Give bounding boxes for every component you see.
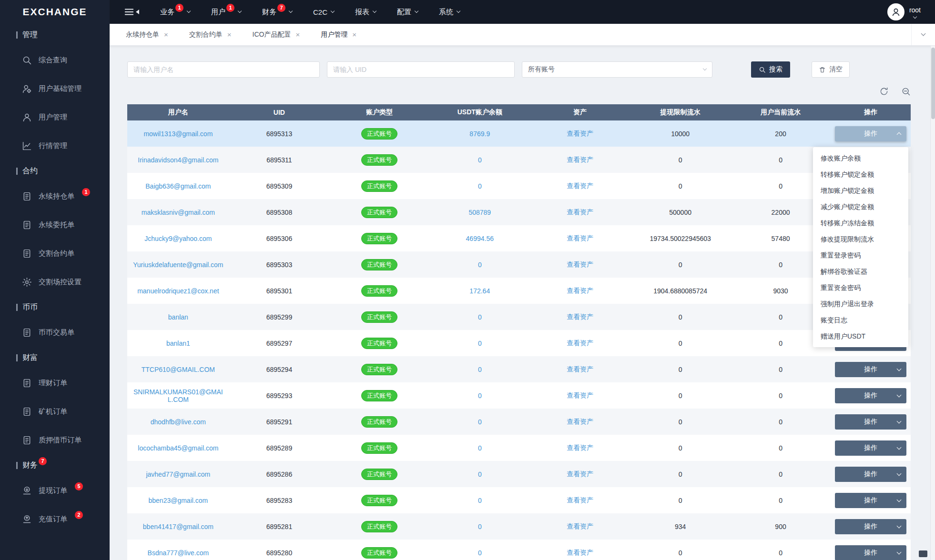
view-assets-link[interactable]: 查看资产	[567, 234, 593, 242]
username-link[interactable]: Bsdna777@live.com	[148, 549, 209, 557]
action-button[interactable]: 操作	[835, 388, 906, 403]
username-link[interactable]: Baigb636@gmail.com	[145, 182, 211, 190]
action-menu-item-10[interactable]: 账变日志	[813, 312, 908, 328]
action-menu-item-3[interactable]: 减少账户锁定金额	[813, 199, 908, 215]
view-assets-link[interactable]: 查看资产	[567, 549, 593, 556]
topnav-item-4[interactable]: 报表	[355, 8, 376, 17]
usdt-balance-link[interactable]: 0	[478, 366, 482, 373]
sidebar-item-4-1[interactable]: 充值订单2	[0, 505, 110, 533]
sidebar-item-0-3[interactable]: 行情管理	[0, 131, 110, 160]
username-link[interactable]: locochamba45@gmail.com	[138, 444, 218, 452]
username-link[interactable]: manuelrodriquez1@cox.net	[137, 287, 219, 295]
usdt-balance-link[interactable]: 0	[478, 313, 482, 321]
topnav-item-0[interactable]: 业务1	[160, 8, 190, 17]
action-button[interactable]: 操作	[835, 467, 906, 482]
action-menu-item-7[interactable]: 解绑谷歌验证器	[813, 263, 908, 280]
username-link[interactable]: banlan1	[166, 340, 190, 347]
action-menu-item-4[interactable]: 转移账户冻结金额	[813, 215, 908, 231]
view-assets-link[interactable]: 查看资产	[567, 391, 593, 399]
username-link[interactable]: dhodhfb@live.com	[151, 418, 206, 426]
account-type-select[interactable]: 所有账号	[522, 61, 712, 78]
username-link[interactable]: Irinadavidson4@gmail.com	[138, 156, 218, 164]
tab-2[interactable]: ICO产品配置×	[242, 24, 311, 45]
sidebar-item-1-3[interactable]: 交割场控设置	[0, 268, 110, 296]
sidebar-item-0-1[interactable]: 用户基础管理	[0, 74, 110, 103]
topnav-item-6[interactable]: 系统	[439, 8, 460, 17]
view-assets-link[interactable]: 查看资产	[567, 130, 593, 137]
action-menu-item-9[interactable]: 强制用户退出登录	[813, 296, 908, 312]
usdt-balance-link[interactable]: 0	[478, 549, 482, 557]
action-button[interactable]: 操作	[835, 545, 906, 560]
view-assets-link[interactable]: 查看资产	[567, 339, 593, 347]
action-button[interactable]: 操作	[835, 493, 906, 508]
view-assets-link[interactable]: 查看资产	[567, 470, 593, 478]
clear-button[interactable]: 清空	[812, 61, 850, 78]
action-button[interactable]: 操作	[835, 362, 906, 377]
view-assets-link[interactable]: 查看资产	[567, 444, 593, 451]
action-menu-item-8[interactable]: 重置资金密码	[813, 280, 908, 296]
action-menu-item-1[interactable]: 转移账户锁定金额	[813, 166, 908, 182]
topnav-item-5[interactable]: 配置	[397, 8, 418, 17]
view-assets-link[interactable]: 查看资产	[567, 287, 593, 294]
sidebar-item-1-0[interactable]: 永续持仓单1	[0, 182, 110, 210]
action-menu-item-2[interactable]: 增加账户锁定金额	[813, 182, 908, 199]
refresh-icon[interactable]	[879, 87, 889, 96]
sidebar-item-0-0[interactable]: 综合查询	[0, 46, 110, 74]
usdt-balance-link[interactable]: 0	[478, 418, 482, 426]
view-assets-link[interactable]: 查看资产	[567, 260, 593, 268]
sidebar-item-3-0[interactable]: 理财订单	[0, 369, 110, 397]
view-assets-link[interactable]: 查看资产	[567, 156, 593, 163]
sidebar-item-1-1[interactable]: 永续委托单	[0, 210, 110, 239]
username-link[interactable]: maksklasniv@gmail.com	[142, 209, 215, 216]
sidebar-item-4-0[interactable]: 提现订单5	[0, 476, 110, 505]
username-link[interactable]: mowil1313@gmail.com	[143, 130, 213, 138]
usdt-balance-link[interactable]: 0	[478, 497, 482, 504]
scrollbar-thumb[interactable]	[931, 48, 935, 119]
usdt-balance-link[interactable]: 46994.56	[466, 235, 494, 242]
action-button[interactable]: 操作	[835, 440, 906, 456]
vertical-scrollbar[interactable]	[930, 46, 935, 560]
search-button[interactable]: 搜索	[751, 61, 790, 78]
username-link[interactable]: TTCP610@GMAIL.COM	[142, 366, 215, 373]
view-assets-link[interactable]: 查看资产	[567, 522, 593, 530]
uid-input[interactable]	[327, 61, 515, 78]
action-button[interactable]: 操作	[835, 519, 906, 534]
usdt-balance-link[interactable]: 0	[478, 340, 482, 347]
usdt-balance-link[interactable]: 0	[478, 523, 482, 530]
sidebar-item-0-2[interactable]: 用户管理	[0, 103, 110, 131]
username-link[interactable]: bben23@gmail.com	[148, 497, 208, 504]
close-icon[interactable]: ×	[352, 30, 356, 39]
usdt-balance-link[interactable]: 0	[478, 392, 482, 400]
sidebar-item-2-0[interactable]: 币币交易单	[0, 318, 110, 347]
tab-list-button[interactable]	[911, 24, 935, 45]
username-link[interactable]: banlan	[168, 313, 188, 321]
usdt-balance-link[interactable]: 0	[478, 444, 482, 452]
sidebar-item-3-2[interactable]: 质押借币订单	[0, 426, 110, 454]
username-link[interactable]: bben41417@gmail.com	[143, 523, 213, 530]
topnav-item-3[interactable]: C2C	[313, 8, 334, 17]
user-menu[interactable]: root	[887, 3, 921, 20]
tab-0[interactable]: 永续持仓单×	[115, 24, 179, 45]
username-link[interactable]: javhed77@gmail.com	[146, 470, 210, 478]
close-icon[interactable]: ×	[227, 30, 232, 39]
view-assets-link[interactable]: 查看资产	[567, 182, 593, 190]
tab-3[interactable]: 用户管理×	[310, 24, 367, 45]
view-assets-link[interactable]: 查看资产	[567, 365, 593, 373]
topnav-item-2[interactable]: 财务7	[262, 8, 292, 17]
zoom-icon[interactable]	[901, 87, 911, 96]
action-menu-item-6[interactable]: 重置登录密码	[813, 247, 908, 263]
sidebar-item-3-1[interactable]: 矿机订单	[0, 397, 110, 426]
view-assets-link[interactable]: 查看资产	[567, 313, 593, 320]
usdt-balance-link[interactable]: 0	[478, 182, 482, 190]
usdt-balance-link[interactable]: 0	[478, 261, 482, 269]
action-button[interactable]: 操作	[835, 126, 906, 141]
usdt-balance-link[interactable]: 508789	[468, 209, 491, 216]
action-menu-item-5[interactable]: 修改提现限制流水	[813, 231, 908, 247]
username-link[interactable]: SNIRMALKUMARS01@GMAIL.COM	[133, 388, 223, 403]
close-icon[interactable]: ×	[164, 30, 168, 39]
sidebar-collapse-button[interactable]	[124, 7, 139, 17]
view-assets-link[interactable]: 查看资产	[567, 208, 593, 216]
username-input[interactable]	[127, 61, 320, 78]
usdt-balance-link[interactable]: 0	[478, 156, 482, 164]
action-button[interactable]: 操作	[835, 414, 906, 430]
